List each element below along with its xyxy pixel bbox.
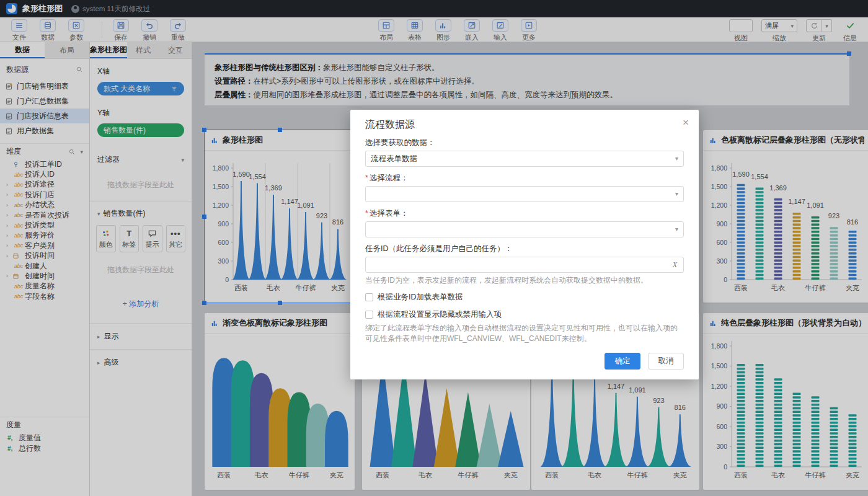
- modal-checkbox-row: 根据业务ID加载表单数据: [365, 292, 684, 303]
- modal-field: 任务ID（此任务必须是用户自己的任务）：X当任务ID为空，表示发起新的流程，发起…: [365, 244, 684, 285]
- chevron-down-icon: ▾: [675, 226, 678, 232]
- close-icon[interactable]: ×: [683, 117, 689, 128]
- field-select[interactable]: 流程表单数据▾: [365, 151, 684, 167]
- field-input[interactable]: X: [365, 257, 684, 273]
- checkbox-hint: 绑定了此流程表单字段的输入项会自动根据流程的设置决定可见性和可用性，也可以在输入…: [365, 323, 684, 344]
- formula-icon: X: [673, 260, 677, 270]
- modal-field: 选择要获取的数据：流程表单数据▾: [365, 138, 684, 167]
- modal-checkbox-row: 根据流程设置显示隐藏或禁用输入项绑定了此流程表单字段的输入项会自动根据流程的设置…: [365, 309, 684, 344]
- cancel-button[interactable]: 取消: [648, 353, 684, 370]
- field-select[interactable]: ▾: [365, 221, 684, 237]
- checkbox[interactable]: [365, 293, 373, 301]
- checkbox[interactable]: [365, 311, 373, 319]
- field-select[interactable]: ▾: [365, 186, 684, 202]
- field-hint: 当任务ID为空，表示发起新的流程，发起新流程时系统会自动获取提交数据中的数据。: [365, 275, 684, 285]
- modal-field: *选择表单：▾: [365, 208, 684, 237]
- chevron-down-icon: ▾: [675, 155, 678, 162]
- dialog-title: 流程数据源: [365, 118, 684, 131]
- process-datasource-dialog: 流程数据源 × 选择要获取的数据：流程表单数据▾*选择流程：▾*选择表单：▾任务…: [350, 110, 699, 379]
- chevron-down-icon: ▾: [675, 190, 678, 197]
- modal-field: *选择流程：▾: [365, 173, 684, 202]
- ok-button[interactable]: 确定: [604, 353, 640, 370]
